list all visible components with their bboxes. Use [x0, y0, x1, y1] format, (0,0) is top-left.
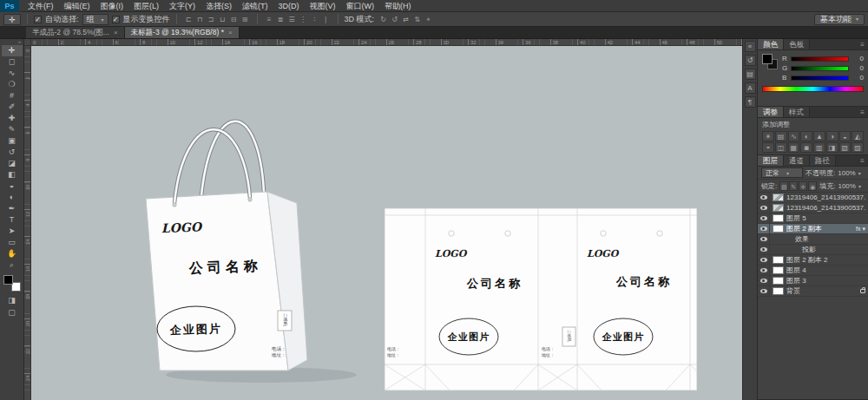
dieline-layer[interactable]: LOGO 公司名称 企业图片 电话： 地址： 电话： 地址： 二维码 LOGO …	[385, 208, 697, 390]
3d-drag-icon[interactable]: ⇄	[400, 14, 411, 25]
levels-icon[interactable]: ▤	[775, 131, 787, 141]
history-brush-tool[interactable]: ↺	[2, 147, 23, 158]
quick-mask-icon[interactable]: ◨	[2, 295, 23, 305]
layer-thumbnail[interactable]	[773, 287, 784, 295]
layer-fx-badge[interactable]: fx ▾	[856, 226, 865, 233]
menu-layer[interactable]: 图层(L)	[128, 0, 164, 12]
curves-icon[interactable]: ∿	[788, 131, 800, 141]
path-selection-tool[interactable]: ➤	[2, 226, 23, 237]
layer-thumbnail[interactable]	[773, 225, 784, 233]
blur-tool[interactable]: ◒	[2, 180, 23, 192]
align-top-edges-icon[interactable]: ⊔	[217, 14, 228, 25]
foreground-color-swatch[interactable]	[3, 275, 13, 285]
distribute-bottom-edges-icon[interactable]: ☰	[286, 14, 298, 25]
layer-thumbnail[interactable]	[773, 204, 784, 212]
black-white-icon[interactable]: ◭	[852, 131, 864, 141]
3d-scale-icon[interactable]: ⌖	[423, 14, 434, 25]
workspace-switcher[interactable]: 基本功能	[814, 14, 865, 25]
layer-row[interactable]: 背景	[758, 286, 868, 297]
layer-thumbnail[interactable]	[773, 214, 784, 222]
visibility-toggle[interactable]	[758, 203, 770, 213]
tab-styles[interactable]: 样式	[784, 107, 810, 117]
layer-name[interactable]: 图层 2 副本 2	[786, 255, 865, 265]
photo-filter-icon[interactable]: ◓	[762, 142, 774, 153]
selective-color-icon[interactable]: ▨	[852, 142, 864, 153]
exposure-icon[interactable]: ◐	[800, 131, 812, 141]
toolbar-collapse-icon[interactable]: »	[18, 39, 23, 45]
menu-filter[interactable]: 滤镜(T)	[237, 0, 273, 12]
layer-row[interactable]: 图层 2 副本 2	[758, 255, 868, 266]
foreground-color-swatch[interactable]	[762, 54, 773, 64]
layer-row[interactable]: 图层 4	[758, 266, 868, 276]
close-tab-icon[interactable]: ×	[114, 29, 118, 36]
close-tab-icon[interactable]: ×	[228, 29, 233, 36]
paragraph-panel-icon[interactable]: ¶	[745, 96, 756, 108]
panel-menu-icon[interactable]: ≡	[860, 107, 868, 117]
layer-name[interactable]: 图层 5	[786, 213, 865, 223]
h-ruler[interactable]: 0246810121416182022242628303234363840424…	[31, 39, 742, 46]
color-lookup-icon[interactable]: ▦	[788, 142, 800, 153]
distribute-left-edges-icon[interactable]: ⋮	[298, 14, 309, 25]
collapse-panels-icon[interactable]: «	[745, 41, 756, 52]
layer-name[interactable]: 背景	[786, 286, 858, 296]
brightness-contrast-icon[interactable]: ☀	[762, 131, 774, 141]
bag-mockup-layer[interactable]: LOGO 公司名称 企业图片 二维码 电话： 地址：	[146, 121, 357, 383]
layer-row[interactable]: 效果	[758, 234, 868, 245]
fill-value[interactable]: 100%	[838, 182, 855, 190]
layer-thumbnail[interactable]	[773, 256, 784, 264]
rectangular-marquee-tool[interactable]: ◻	[2, 56, 23, 68]
color-spectrum-bar[interactable]	[762, 86, 864, 92]
align-horizontal-centers-icon[interactable]: ⊓	[194, 14, 206, 25]
dodge-tool[interactable]: ◐	[2, 192, 23, 203]
zoom-tool[interactable]: ⌕	[2, 259, 23, 271]
gradient-map-icon[interactable]: ▧	[839, 142, 852, 153]
character-panel-icon[interactable]: A	[745, 82, 756, 94]
menu-select[interactable]: 选择(S)	[201, 0, 237, 12]
layer-row[interactable]: 图层 2 副本 fx ▾	[758, 224, 868, 234]
type-tool[interactable]: T	[2, 214, 23, 226]
screen-mode-icon[interactable]: ▢	[2, 307, 23, 318]
3d-rotate-icon[interactable]: ↻	[378, 14, 389, 25]
spot-healing-brush-tool[interactable]: ✚	[2, 113, 23, 124]
gradient-tool[interactable]: ◧	[2, 169, 23, 180]
menu-help[interactable]: 帮助(H)	[379, 0, 417, 12]
menu-edit[interactable]: 编辑(E)	[59, 0, 95, 12]
v-ruler[interactable]: 024681012141618202224	[24, 46, 31, 400]
distribute-right-edges-icon[interactable]: ∣	[320, 14, 332, 25]
visibility-toggle[interactable]	[758, 255, 770, 265]
ruler-origin-corner[interactable]	[24, 39, 31, 46]
align-right-edges-icon[interactable]: ⊐	[206, 14, 217, 25]
layer-name[interactable]: 图层 2 副本	[786, 224, 854, 233]
clone-stamp-tool[interactable]: ▣	[2, 135, 23, 147]
document-tab[interactable]: 未标题-3 @ 19.3%(RGB/8) * ×	[125, 27, 240, 38]
lasso-tool[interactable]: ∿	[2, 68, 23, 79]
brush-tool[interactable]: ✎	[2, 124, 23, 135]
lock-transparency-icon[interactable]: ▨	[779, 181, 788, 191]
rectangle-tool[interactable]: ▭	[2, 237, 23, 248]
layer-thumbnail[interactable]	[773, 266, 784, 274]
layer-name[interactable]: 12319406_21413900537...	[786, 193, 865, 201]
menu-file[interactable]: 文件(F)	[23, 0, 59, 12]
lock-image-icon[interactable]: ✎	[789, 181, 798, 191]
visibility-toggle[interactable]	[758, 276, 770, 285]
layer-name[interactable]: 投影	[786, 245, 865, 254]
distribute-horizontal-centers-icon[interactable]: ∶	[309, 14, 320, 25]
channel-slider[interactable]	[791, 75, 849, 81]
menu-view[interactable]: 视图(V)	[305, 0, 341, 12]
channel-value[interactable]: 0	[852, 74, 864, 82]
eyedropper-tool[interactable]: ✐	[2, 102, 23, 113]
lock-position-icon[interactable]: ✛	[799, 181, 807, 191]
threshold-icon[interactable]: ◨	[826, 142, 838, 153]
visibility-toggle[interactable]	[758, 234, 770, 244]
layer-row[interactable]: 图层 5	[758, 213, 868, 224]
tab-layers[interactable]: 图层	[758, 155, 784, 166]
visibility-toggle[interactable]	[758, 286, 770, 296]
distribute-vertical-centers-icon[interactable]: ≣	[275, 14, 286, 25]
channel-slider[interactable]	[791, 66, 849, 71]
hand-tool[interactable]: ✋	[2, 248, 23, 259]
visibility-toggle[interactable]	[758, 193, 770, 202]
properties-panel-icon[interactable]: ▤	[745, 69, 756, 80]
visibility-toggle[interactable]	[758, 213, 770, 223]
channel-slider[interactable]	[791, 56, 849, 62]
document-tab[interactable]: 半成品-2 @ 78.5%(图... ×	[26, 27, 125, 38]
